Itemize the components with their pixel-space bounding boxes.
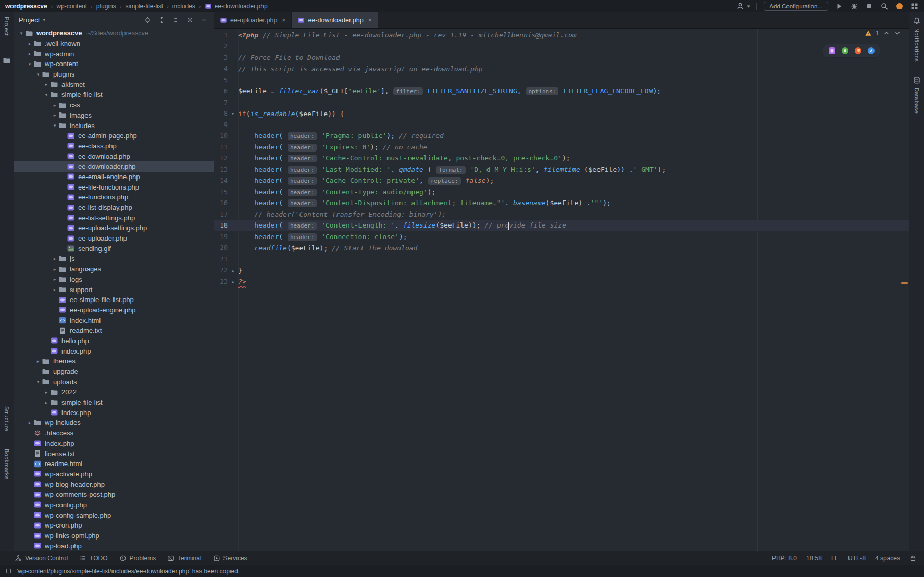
chevron-collapsed-icon[interactable]: ▸ bbox=[26, 41, 33, 46]
close-icon[interactable]: × bbox=[282, 17, 285, 24]
tool-window-button-version-control[interactable]: Version Control bbox=[15, 555, 68, 562]
code-line[interactable]: 6$eeFile = filter_var($_GET['eeFile'], f… bbox=[214, 86, 909, 97]
code-line[interactable]: 2 bbox=[214, 41, 909, 53]
tree-item[interactable]: index.php bbox=[14, 407, 214, 418]
line-number[interactable]: 13 bbox=[214, 166, 228, 173]
tree-item[interactable]: ▸akismet bbox=[14, 79, 214, 90]
collapse-all-icon[interactable] bbox=[172, 16, 180, 24]
chevron-collapsed-icon[interactable]: ▸ bbox=[43, 400, 50, 405]
tree-item[interactable]: sending.gif bbox=[14, 243, 214, 254]
tree-item[interactable]: ▸simple-file-list bbox=[14, 397, 214, 408]
chevron-collapsed-icon[interactable]: ▸ bbox=[51, 103, 58, 108]
chrome-browser-icon[interactable] bbox=[841, 47, 849, 55]
breadcrumb-item[interactable]: wordpresscve bbox=[5, 3, 47, 10]
tree-item[interactable]: ee-email-engine.php bbox=[14, 172, 214, 182]
tree-item[interactable]: ▾includes bbox=[14, 120, 214, 131]
tree-item[interactable]: .htaccess bbox=[14, 428, 214, 438]
editor[interactable]: 1<?php // Simple File List - ee-download… bbox=[214, 28, 909, 551]
code-line[interactable]: 20 readfile($eeFile); // Start the downl… bbox=[214, 243, 909, 254]
add-configuration-button[interactable]: Add Configuration... bbox=[764, 2, 828, 11]
firefox-browser-icon[interactable] bbox=[854, 47, 862, 55]
chevron-collapsed-icon[interactable]: ▸ bbox=[51, 112, 58, 118]
chevron-collapsed-icon[interactable]: ▸ bbox=[43, 82, 50, 87]
status-widget[interactable]: 18:58 bbox=[806, 555, 822, 562]
bell-icon[interactable] bbox=[913, 17, 921, 25]
debug-icon[interactable] bbox=[850, 2, 858, 10]
line-number[interactable]: 8 bbox=[214, 110, 228, 117]
code-line[interactable]: 12 header( header: 'Cache-Control: must-… bbox=[214, 153, 909, 165]
line-number[interactable]: 1 bbox=[214, 32, 228, 39]
tree-item[interactable]: ▸2022 bbox=[14, 387, 214, 397]
line-number[interactable]: 22 bbox=[214, 267, 228, 274]
fold-marker-icon[interactable]: ▾ bbox=[228, 111, 238, 116]
tree-item[interactable]: ee-class.php bbox=[14, 141, 214, 152]
chevron-expanded-icon[interactable]: ▾ bbox=[34, 72, 42, 77]
editor-tab[interactable]: ee-uploader.php× bbox=[214, 12, 292, 28]
tree-item[interactable]: ▾uploads bbox=[14, 377, 214, 387]
line-number[interactable]: 6 bbox=[214, 87, 228, 95]
tree-item[interactable]: hello.php bbox=[14, 336, 214, 346]
editor-tab[interactable]: ee-downloader.php× bbox=[292, 12, 378, 28]
tree-item[interactable]: ee-simple-file-list.php bbox=[14, 295, 214, 305]
line-number[interactable]: 17 bbox=[214, 211, 228, 218]
line-number[interactable]: 20 bbox=[214, 244, 228, 252]
tree-item[interactable]: wp-config.php bbox=[14, 500, 214, 510]
locate-file-icon[interactable] bbox=[144, 16, 152, 24]
code-line[interactable]: 14 header( header: 'Cache-Control: priva… bbox=[214, 175, 909, 187]
line-number[interactable]: 19 bbox=[214, 233, 228, 241]
tool-window-button-terminal[interactable]: Terminal bbox=[167, 555, 201, 562]
code-line[interactable]: 15 header( header: 'Content-Type: audio/… bbox=[214, 186, 909, 198]
project-view-dropdown[interactable]: Project ▾ bbox=[19, 16, 45, 24]
builtin-preview-icon[interactable] bbox=[828, 47, 836, 55]
line-number[interactable]: 14 bbox=[214, 177, 228, 184]
chevron-collapsed-icon[interactable]: ▸ bbox=[26, 51, 33, 56]
line-number[interactable]: 11 bbox=[214, 144, 228, 151]
chevron-expanded-icon[interactable]: ▾ bbox=[26, 61, 33, 67]
code-line[interactable]: 10 header( header: 'Pragma: public'); //… bbox=[214, 131, 909, 142]
code-line[interactable]: 17 // header('Content-Transfer-Encoding:… bbox=[214, 209, 909, 220]
line-number[interactable]: 12 bbox=[214, 155, 228, 162]
tree-item[interactable]: ee-download.php bbox=[14, 151, 214, 161]
tree-item[interactable]: index.php bbox=[14, 346, 214, 356]
tree-item[interactable]: ee-upload-settings.php bbox=[14, 223, 214, 233]
tree-item[interactable]: index.php bbox=[14, 438, 214, 449]
breadcrumb-item[interactable]: includes bbox=[172, 3, 195, 10]
tree-item[interactable]: ▸js bbox=[14, 254, 214, 264]
line-number[interactable]: 7 bbox=[214, 99, 228, 106]
line-number[interactable]: 4 bbox=[214, 65, 228, 72]
breadcrumb-item[interactable]: plugins bbox=[96, 3, 116, 10]
tree-item[interactable]: wp-blog-header.php bbox=[14, 479, 214, 490]
search-everywhere-icon[interactable] bbox=[880, 2, 889, 10]
code-line[interactable]: 7 bbox=[214, 97, 909, 108]
tool-stripe-structure[interactable]: Structure bbox=[4, 406, 10, 431]
code-line[interactable]: 1<?php // Simple File List - ee-download… bbox=[214, 30, 909, 41]
line-number[interactable]: 10 bbox=[214, 132, 228, 140]
lock-icon[interactable] bbox=[909, 555, 917, 562]
grid-icon[interactable] bbox=[910, 2, 919, 10]
tool-window-button-problems[interactable]: Problems bbox=[119, 555, 156, 562]
tree-item[interactable]: ee-functions.php bbox=[14, 192, 214, 203]
chevron-expanded-icon[interactable]: ▾ bbox=[43, 92, 50, 97]
fold-marker-icon[interactable]: ▴ bbox=[228, 279, 238, 284]
tree-item[interactable]: wp-activate.php bbox=[14, 469, 214, 480]
tree-item[interactable]: ▸logs bbox=[14, 274, 214, 285]
hide-panel-icon[interactable] bbox=[200, 16, 208, 24]
tree-item[interactable]: ▸wp-admin bbox=[14, 48, 214, 59]
code-line[interactable]: 11 header( header: 'Expires: 0'); // no … bbox=[214, 142, 909, 153]
tree-item[interactable]: wp-links-opml.php bbox=[14, 531, 214, 541]
chevron-expanded-icon[interactable]: ▾ bbox=[18, 31, 25, 36]
tree-item[interactable]: ▾wordpresscve~/Sites/wordpresscve bbox=[14, 28, 214, 39]
tree-item[interactable]: ▸languages bbox=[14, 264, 214, 274]
chevron-collapsed-icon[interactable]: ▸ bbox=[51, 256, 58, 261]
line-number[interactable]: 5 bbox=[214, 77, 228, 84]
run-icon[interactable] bbox=[835, 2, 843, 10]
chevron-collapsed-icon[interactable]: ▸ bbox=[51, 267, 58, 272]
tree-item[interactable]: ▸images bbox=[14, 110, 214, 121]
tree-item[interactable]: readme.txt bbox=[14, 325, 214, 336]
code-line[interactable]: 19 header( header: 'Connection: close'); bbox=[214, 231, 909, 243]
tree-item[interactable]: ee-uploader.php bbox=[14, 233, 214, 244]
breadcrumb-item[interactable]: simple-file-list bbox=[125, 3, 163, 10]
inspections-widget[interactable]: 1 bbox=[865, 30, 901, 37]
code-line[interactable]: 18 header( header: 'Content-Length: '. f… bbox=[214, 220, 909, 232]
close-icon[interactable]: × bbox=[368, 17, 372, 24]
